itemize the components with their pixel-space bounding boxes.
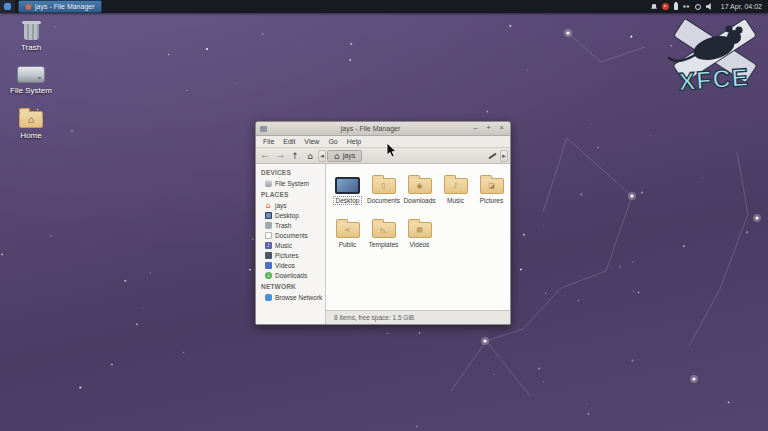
document-icon	[265, 232, 272, 239]
forward-button[interactable]: →	[273, 150, 287, 162]
document-emblem-icon: ▯	[382, 182, 386, 190]
sidebar: DEVICES File System PLACES ⌂ jays Deskto…	[256, 164, 326, 324]
path-button-jays[interactable]: ⌂ jays	[327, 150, 362, 162]
taskbar-window-label: jays - File Manager	[35, 1, 95, 12]
desktop-icon-file-system[interactable]: File System	[4, 66, 58, 95]
maximize-button[interactable]: +	[484, 124, 493, 133]
file-label: Documents	[365, 197, 402, 204]
desktop-monitor-icon	[335, 177, 360, 194]
sidebar-item-music[interactable]: ♪ Music	[256, 240, 325, 250]
file-item-videos[interactable]: ▤ Videos	[402, 214, 437, 256]
folder-icon: ◺	[372, 222, 396, 238]
xfce-logo-text: XFCE	[678, 63, 750, 96]
xfce-logo: XFCE	[662, 18, 766, 102]
download-emblem-icon: ◉	[416, 182, 422, 190]
file-item-downloads[interactable]: ◉ Downloads	[402, 170, 437, 212]
folder-icon: <	[336, 222, 360, 238]
folder-icon: ♪	[444, 178, 468, 194]
desktop-icon-home[interactable]: Home	[4, 111, 58, 140]
template-emblem-icon: ◺	[381, 226, 386, 234]
status-text: 8 items, free space: 1.5 GiB	[334, 314, 414, 321]
file-manager-window: jays - File Manager – + × FileEditViewGo…	[255, 121, 511, 325]
sidebar-heading: NETWORK	[256, 280, 325, 292]
system-tray: ↔	[651, 3, 714, 10]
folder-icon: ◉	[408, 178, 432, 194]
file-item-music[interactable]: ♪ Music	[438, 170, 473, 212]
desktop: jays - File Manager ↔ 17 Apr, 04:02 Tras…	[0, 0, 768, 431]
sidebar-item-trash[interactable]: Trash	[256, 220, 325, 230]
menu-go[interactable]: Go	[324, 136, 341, 147]
home-icon: ⌂	[334, 151, 340, 161]
file-item-documents[interactable]: ▯ Documents	[366, 170, 401, 212]
sidebar-item-videos[interactable]: Videos	[256, 260, 325, 270]
photo-emblem-icon: ◪	[488, 182, 495, 190]
window-titlebar[interactable]: jays - File Manager – + ×	[256, 122, 510, 136]
trash-icon	[265, 222, 272, 229]
menu-file[interactable]: File	[259, 136, 278, 147]
file-label: Templates	[367, 241, 401, 248]
film-emblem-icon: ▤	[416, 226, 423, 234]
sidebar-heading: PLACES	[256, 188, 325, 200]
file-label: Desktop	[334, 197, 362, 204]
folder-icon: ◪	[480, 178, 504, 194]
desktop-icon-label: Trash	[21, 43, 41, 52]
clock[interactable]: 17 Apr, 04:02	[721, 3, 762, 10]
taskbar-window-button[interactable]: jays - File Manager	[18, 0, 102, 13]
drive-icon	[265, 180, 272, 187]
music-emblem-icon: ♪	[453, 182, 457, 190]
minimize-button[interactable]: –	[471, 124, 480, 133]
path-scroll-left-button[interactable]: ◂	[318, 150, 326, 162]
sidebar-item-file-system[interactable]: File System	[256, 178, 325, 188]
menu-help[interactable]: Help	[343, 136, 365, 147]
menu-edit[interactable]: Edit	[279, 136, 299, 147]
home-icon: ⌂	[265, 202, 272, 209]
file-label: Videos	[408, 241, 432, 248]
sidebar-item-jays[interactable]: ⌂ jays	[256, 200, 325, 210]
sidebar-heading: DEVICES	[256, 166, 325, 178]
file-item-desktop[interactable]: Desktop	[330, 170, 365, 212]
sidebar-item-pictures[interactable]: Pictures	[256, 250, 325, 260]
network-icon	[265, 294, 272, 301]
menu-view[interactable]: View	[300, 136, 323, 147]
desktop-icon-trash[interactable]: Trash	[4, 23, 58, 52]
picture-icon	[265, 252, 272, 259]
status-bar: 8 items, free space: 1.5 GiB	[326, 310, 510, 324]
path-label: jays	[343, 152, 355, 159]
home-button[interactable]: ⌂	[303, 150, 317, 162]
edit-location-button[interactable]	[485, 150, 499, 162]
file-label: Music	[445, 197, 466, 204]
share-emblem-icon: <	[345, 226, 351, 234]
path-scroll-right-button[interactable]: ▸	[500, 150, 508, 162]
status-red-icon[interactable]	[662, 3, 669, 10]
desktop-icon-label: File System	[10, 86, 52, 95]
applications-menu-button[interactable]	[0, 0, 15, 13]
home-icon	[25, 4, 32, 10]
folder-icon: ▤	[408, 222, 432, 238]
battery-icon[interactable]	[674, 3, 678, 10]
sidebar-item-documents[interactable]: Documents	[256, 230, 325, 240]
toolbar: ← → ↑ ⌂ ◂ ⌂ jays ▸	[256, 148, 510, 164]
indicator-circle-icon[interactable]	[695, 4, 701, 10]
sidebar-item-desktop[interactable]: Desktop	[256, 210, 325, 220]
up-button[interactable]: ↑	[288, 150, 302, 162]
file-item-templates[interactable]: ◺ Templates	[366, 214, 401, 256]
music-icon: ♪	[265, 242, 272, 249]
file-grid: Desktop ▯ Documents ◉ Downloads ♪ Music …	[326, 164, 510, 310]
file-label: Pictures	[478, 197, 505, 204]
sidebar-item-browse-network[interactable]: Browse Network	[256, 292, 325, 302]
volume-icon[interactable]	[706, 3, 714, 10]
network-arrows-icon[interactable]: ↔	[683, 3, 690, 10]
back-button[interactable]: ←	[258, 150, 272, 162]
notification-bell-icon[interactable]	[651, 4, 657, 10]
menu-bar: FileEditViewGoHelp	[256, 136, 510, 148]
filesystem-icon	[17, 66, 45, 83]
trash-icon	[24, 23, 39, 40]
sidebar-item-downloads[interactable]: ↓ Downloads	[256, 270, 325, 280]
close-button[interactable]: ×	[497, 124, 506, 133]
file-item-public[interactable]: < Public	[330, 214, 365, 256]
folder-icon: ▯	[372, 178, 396, 194]
desktop-icon-label: Home	[20, 131, 41, 140]
file-item-pictures[interactable]: ◪ Pictures	[474, 170, 509, 212]
desktop-icon	[265, 212, 272, 219]
window-title: jays - File Manager	[270, 125, 471, 132]
